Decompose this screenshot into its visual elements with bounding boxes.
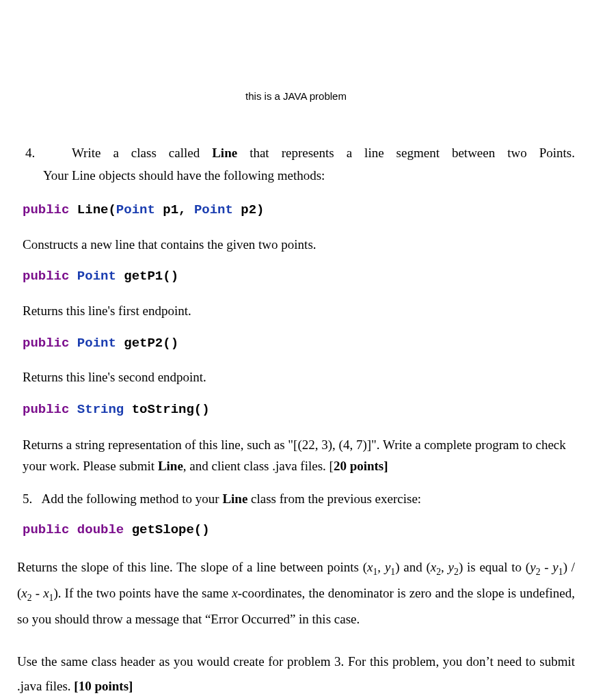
tostring-mid: , and client class .java files. [ [183, 459, 334, 473]
keyword-public: public [23, 202, 69, 217]
method-getp1: getP1() [116, 269, 178, 284]
final-note: Use the same class header as you would c… [17, 649, 575, 699]
method-getp2: getP2() [116, 336, 178, 351]
desc-constructor: Constructs a new line that contains the … [23, 236, 575, 254]
var-x: x [431, 560, 436, 574]
var-y: y [530, 560, 535, 574]
keyword-public: public [23, 402, 69, 417]
q4-subheading: Your Line objects should have the follow… [17, 167, 575, 185]
q4-text-pre: Write a class called [72, 146, 200, 160]
q5-number: 5. [23, 492, 32, 506]
q4-heading: 4. Write a class called Line that repres… [17, 144, 575, 163]
ctor-name: Line [77, 202, 109, 217]
code-getslope: public double getSlope() [23, 521, 575, 539]
type-point: Point [77, 336, 116, 351]
var-y: y [552, 560, 558, 574]
tostring-bold1: Line [158, 459, 183, 473]
page-title: this is a JAVA problem [17, 89, 575, 103]
var-x: x [21, 586, 27, 600]
sub-1: 1 [559, 567, 563, 577]
sub-2: 2 [436, 567, 441, 577]
type-point: Point [194, 202, 233, 217]
sub-2: 2 [454, 567, 459, 577]
method-tostring: toString() [124, 402, 209, 417]
type-point: Point [116, 202, 155, 217]
desc-getslope: Returns the slope of this line. The slop… [17, 555, 575, 632]
var-x: x [232, 586, 237, 600]
var-x: x [367, 560, 373, 574]
q4-class-name: Line [212, 146, 237, 160]
slope-close: ). If the two points have the same [53, 586, 232, 600]
code-tostring: public String toString() [23, 401, 575, 419]
q5-pre: Add the following method to your [41, 492, 222, 506]
desc-getp2: Returns this line's second endpoint. [23, 368, 575, 387]
var-x: x [43, 586, 49, 600]
keyword-public: public [23, 522, 69, 537]
final-bold: [10 points] [74, 679, 133, 693]
ctor-p1: p1, [155, 202, 194, 217]
slope-pre: Returns the slope of this line. The slop… [17, 560, 367, 574]
slope-minus: - [540, 560, 552, 574]
q4-text-post: that represents a line segment between t… [250, 146, 575, 160]
keyword-public: public [23, 269, 69, 284]
sub-1: 1 [373, 567, 378, 577]
q5-post: class from the previous exercise: [247, 492, 421, 506]
sub-2: 2 [27, 593, 32, 603]
tostring-bold2: 20 points [334, 459, 384, 473]
type-string: String [77, 402, 124, 417]
type-point: Point [77, 269, 116, 284]
keyword-double: double [77, 522, 124, 537]
code-constructor: public Line(Point p1, Point p2) [23, 201, 575, 219]
q4-number: 4. [25, 146, 35, 160]
code-getp2: public Point getP2() [23, 334, 575, 353]
q5-bold: Line [222, 492, 247, 506]
desc-getp1: Returns this line's first endpoint. [23, 302, 575, 321]
keyword-public: public [23, 336, 69, 351]
slope-minus: - [32, 586, 44, 600]
ctor-open: ( [108, 202, 116, 217]
var-y: y [448, 560, 454, 574]
method-getslope: getSlope() [124, 522, 209, 537]
question-4: 4. Write a class called Line that repres… [17, 144, 575, 185]
question-5: 5. Add the following method to your Line… [23, 490, 575, 509]
desc-tostring: Returns a string representation of this … [23, 435, 575, 476]
code-getp1: public Point getP1() [23, 267, 575, 286]
slope-and: ) and ( [395, 560, 431, 574]
slope-eq: ) is equal to ( [459, 560, 530, 574]
tostring-end: ] [384, 459, 388, 473]
ctor-p2: p2) [233, 202, 265, 217]
